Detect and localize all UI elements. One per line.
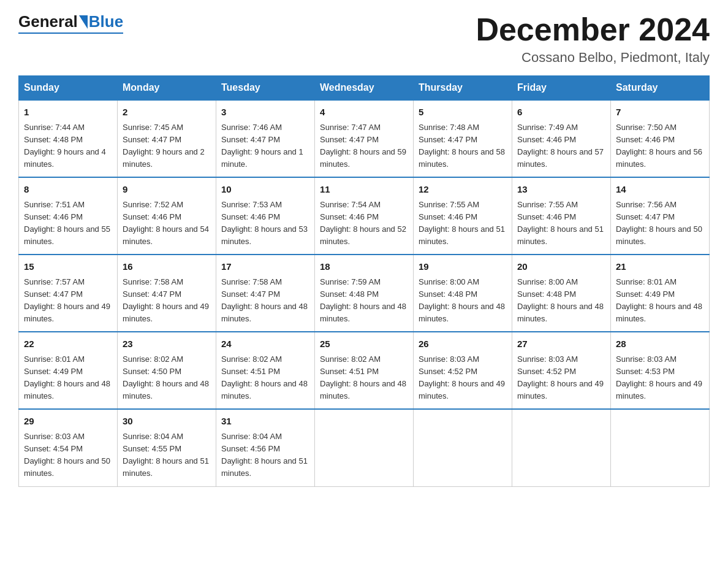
weekday-header-thursday: Thursday bbox=[414, 76, 512, 101]
day-number: 29 bbox=[24, 415, 112, 429]
day-info: Sunrise: 8:01 AMSunset: 4:49 PMDaylight:… bbox=[616, 277, 702, 323]
day-info: Sunrise: 7:53 AMSunset: 4:46 PMDaylight:… bbox=[221, 200, 308, 246]
weekday-header-sunday: Sunday bbox=[19, 76, 118, 101]
calendar-cell: 31 Sunrise: 8:04 AMSunset: 4:56 PMDaylig… bbox=[216, 409, 315, 486]
logo: General Blue bbox=[18, 12, 123, 34]
calendar-cell: 9 Sunrise: 7:52 AMSunset: 4:46 PMDayligh… bbox=[118, 177, 216, 255]
day-number: 6 bbox=[517, 105, 605, 120]
location-title: Cossano Belbo, Piedmont, Italy bbox=[476, 50, 710, 66]
calendar-cell: 2 Sunrise: 7:45 AMSunset: 4:47 PMDayligh… bbox=[118, 100, 216, 177]
day-info: Sunrise: 8:02 AMSunset: 4:50 PMDaylight:… bbox=[123, 354, 209, 400]
day-number: 20 bbox=[517, 260, 605, 274]
day-number: 5 bbox=[419, 105, 507, 120]
day-number: 28 bbox=[616, 337, 704, 351]
day-info: Sunrise: 8:02 AMSunset: 4:51 PMDaylight:… bbox=[320, 354, 406, 400]
weekday-header-friday: Friday bbox=[512, 76, 611, 101]
day-info: Sunrise: 7:47 AMSunset: 4:47 PMDaylight:… bbox=[320, 123, 406, 169]
calendar-cell: 23 Sunrise: 8:02 AMSunset: 4:50 PMDaylig… bbox=[118, 332, 216, 409]
calendar-cell: 28 Sunrise: 8:03 AMSunset: 4:53 PMDaylig… bbox=[611, 332, 710, 409]
calendar-cell bbox=[414, 409, 512, 486]
day-info: Sunrise: 7:59 AMSunset: 4:48 PMDaylight:… bbox=[320, 277, 406, 323]
logo-underline bbox=[18, 33, 123, 34]
calendar-cell: 18 Sunrise: 7:59 AMSunset: 4:48 PMDaylig… bbox=[315, 255, 414, 332]
day-number: 22 bbox=[24, 337, 112, 351]
day-number: 26 bbox=[419, 337, 507, 351]
weekday-header-tuesday: Tuesday bbox=[216, 76, 315, 101]
day-info: Sunrise: 7:46 AMSunset: 4:47 PMDaylight:… bbox=[221, 123, 303, 169]
month-title: December 2024 bbox=[476, 12, 710, 47]
calendar-cell: 8 Sunrise: 7:51 AMSunset: 4:46 PMDayligh… bbox=[19, 177, 118, 255]
day-number: 2 bbox=[123, 105, 211, 120]
day-info: Sunrise: 8:04 AMSunset: 4:55 PMDaylight:… bbox=[123, 432, 209, 478]
calendar-cell: 29 Sunrise: 8:03 AMSunset: 4:54 PMDaylig… bbox=[19, 409, 118, 486]
day-number: 7 bbox=[616, 105, 704, 120]
day-number: 19 bbox=[419, 260, 507, 274]
day-info: Sunrise: 7:58 AMSunset: 4:47 PMDaylight:… bbox=[221, 277, 308, 323]
day-number: 13 bbox=[517, 183, 605, 197]
logo-blue: Blue bbox=[89, 12, 123, 31]
week-row-4: 22 Sunrise: 8:01 AMSunset: 4:49 PMDaylig… bbox=[19, 332, 710, 409]
day-number: 11 bbox=[320, 183, 408, 197]
day-number: 17 bbox=[221, 260, 309, 274]
day-number: 23 bbox=[123, 337, 211, 351]
calendar-cell: 26 Sunrise: 8:03 AMSunset: 4:52 PMDaylig… bbox=[414, 332, 512, 409]
week-row-3: 15 Sunrise: 7:57 AMSunset: 4:47 PMDaylig… bbox=[19, 255, 710, 332]
calendar-cell: 24 Sunrise: 8:02 AMSunset: 4:51 PMDaylig… bbox=[216, 332, 315, 409]
day-info: Sunrise: 7:50 AMSunset: 4:46 PMDaylight:… bbox=[616, 123, 702, 169]
day-info: Sunrise: 7:58 AMSunset: 4:47 PMDaylight:… bbox=[123, 277, 209, 323]
week-row-5: 29 Sunrise: 8:03 AMSunset: 4:54 PMDaylig… bbox=[19, 409, 710, 486]
day-number: 16 bbox=[123, 260, 211, 274]
day-number: 1 bbox=[24, 105, 112, 120]
day-number: 25 bbox=[320, 337, 408, 351]
day-number: 18 bbox=[320, 260, 408, 274]
day-number: 10 bbox=[221, 183, 309, 197]
day-info: Sunrise: 7:55 AMSunset: 4:46 PMDaylight:… bbox=[517, 200, 604, 246]
day-info: Sunrise: 8:01 AMSunset: 4:49 PMDaylight:… bbox=[24, 354, 110, 400]
day-info: Sunrise: 8:00 AMSunset: 4:48 PMDaylight:… bbox=[517, 277, 604, 323]
calendar-cell: 14 Sunrise: 7:56 AMSunset: 4:47 PMDaylig… bbox=[611, 177, 710, 255]
calendar-cell: 16 Sunrise: 7:58 AMSunset: 4:47 PMDaylig… bbox=[118, 255, 216, 332]
day-number: 30 bbox=[123, 415, 211, 429]
calendar-cell: 12 Sunrise: 7:55 AMSunset: 4:46 PMDaylig… bbox=[414, 177, 512, 255]
weekday-header-row: SundayMondayTuesdayWednesdayThursdayFrid… bbox=[19, 76, 710, 101]
calendar-cell: 11 Sunrise: 7:54 AMSunset: 4:46 PMDaylig… bbox=[315, 177, 414, 255]
calendar-cell bbox=[315, 409, 414, 486]
calendar-cell: 1 Sunrise: 7:44 AMSunset: 4:48 PMDayligh… bbox=[19, 100, 118, 177]
weekday-header-wednesday: Wednesday bbox=[315, 76, 414, 101]
logo-triangle-icon bbox=[79, 15, 88, 29]
page-header: General Blue December 2024 Cossano Belbo… bbox=[18, 12, 710, 66]
day-info: Sunrise: 7:52 AMSunset: 4:46 PMDaylight:… bbox=[123, 200, 209, 246]
day-number: 21 bbox=[616, 260, 704, 274]
calendar-table: SundayMondayTuesdayWednesdayThursdayFrid… bbox=[18, 75, 710, 486]
calendar-cell: 21 Sunrise: 8:01 AMSunset: 4:49 PMDaylig… bbox=[611, 255, 710, 332]
weekday-header-saturday: Saturday bbox=[611, 76, 710, 101]
calendar-cell: 17 Sunrise: 7:58 AMSunset: 4:47 PMDaylig… bbox=[216, 255, 315, 332]
day-number: 9 bbox=[123, 183, 211, 197]
day-number: 3 bbox=[221, 105, 309, 120]
calendar-cell: 22 Sunrise: 8:01 AMSunset: 4:49 PMDaylig… bbox=[19, 332, 118, 409]
day-info: Sunrise: 8:03 AMSunset: 4:54 PMDaylight:… bbox=[24, 432, 110, 478]
day-number: 24 bbox=[221, 337, 309, 351]
calendar-cell: 27 Sunrise: 8:03 AMSunset: 4:52 PMDaylig… bbox=[512, 332, 611, 409]
day-info: Sunrise: 7:45 AMSunset: 4:47 PMDaylight:… bbox=[123, 123, 205, 169]
day-info: Sunrise: 7:51 AMSunset: 4:46 PMDaylight:… bbox=[24, 200, 110, 246]
day-info: Sunrise: 8:04 AMSunset: 4:56 PMDaylight:… bbox=[221, 432, 308, 478]
day-info: Sunrise: 7:48 AMSunset: 4:47 PMDaylight:… bbox=[419, 123, 505, 169]
day-number: 31 bbox=[221, 415, 309, 429]
calendar-cell: 6 Sunrise: 7:49 AMSunset: 4:46 PMDayligh… bbox=[512, 100, 611, 177]
calendar-cell: 7 Sunrise: 7:50 AMSunset: 4:46 PMDayligh… bbox=[611, 100, 710, 177]
calendar-cell: 19 Sunrise: 8:00 AMSunset: 4:48 PMDaylig… bbox=[414, 255, 512, 332]
calendar-cell: 3 Sunrise: 7:46 AMSunset: 4:47 PMDayligh… bbox=[216, 100, 315, 177]
calendar-cell bbox=[611, 409, 710, 486]
day-info: Sunrise: 8:02 AMSunset: 4:51 PMDaylight:… bbox=[221, 354, 308, 400]
day-info: Sunrise: 8:03 AMSunset: 4:52 PMDaylight:… bbox=[419, 354, 505, 400]
day-info: Sunrise: 7:54 AMSunset: 4:46 PMDaylight:… bbox=[320, 200, 406, 246]
day-info: Sunrise: 7:56 AMSunset: 4:47 PMDaylight:… bbox=[616, 200, 702, 246]
calendar-cell: 4 Sunrise: 7:47 AMSunset: 4:47 PMDayligh… bbox=[315, 100, 414, 177]
day-number: 8 bbox=[24, 183, 112, 197]
calendar-cell: 20 Sunrise: 8:00 AMSunset: 4:48 PMDaylig… bbox=[512, 255, 611, 332]
day-info: Sunrise: 8:00 AMSunset: 4:48 PMDaylight:… bbox=[419, 277, 505, 323]
calendar-cell: 25 Sunrise: 8:02 AMSunset: 4:51 PMDaylig… bbox=[315, 332, 414, 409]
day-info: Sunrise: 7:57 AMSunset: 4:47 PMDaylight:… bbox=[24, 277, 110, 323]
day-info: Sunrise: 8:03 AMSunset: 4:52 PMDaylight:… bbox=[517, 354, 604, 400]
